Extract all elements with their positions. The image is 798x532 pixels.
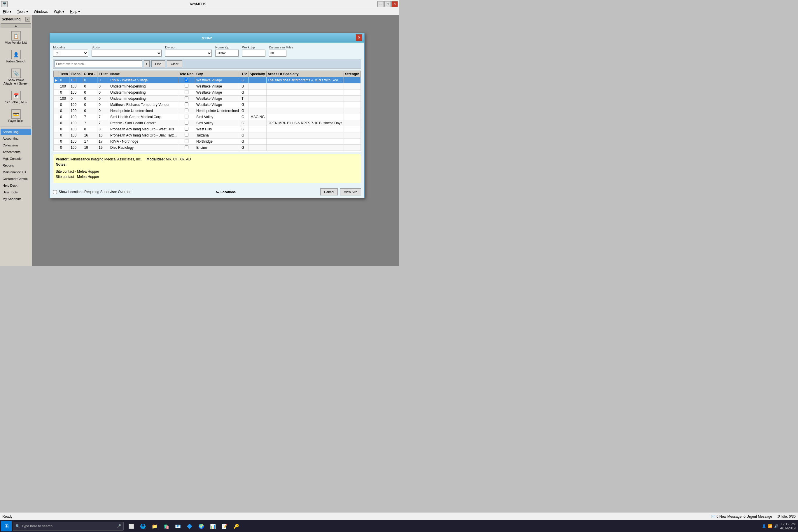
sidebar-nav-collections[interactable]: Collections bbox=[1, 142, 31, 149]
table-header-row: Tech Global PDist EDist Name Tele Rad Ci… bbox=[54, 71, 361, 77]
modality-label: Modality bbox=[53, 45, 88, 49]
table-row[interactable]: 010077Precise - Simi Health Center*Simi … bbox=[54, 120, 361, 126]
th-global[interactable]: Global bbox=[70, 71, 83, 77]
menu-walk[interactable]: Walk ▾ bbox=[53, 9, 65, 14]
sidebar-collapse-btn[interactable]: « bbox=[25, 17, 30, 22]
th-pdist[interactable]: PDist bbox=[83, 71, 97, 77]
notes-label: Notes: bbox=[56, 163, 66, 167]
filter-form-row: Modality CT MR XR AD Study bbox=[53, 45, 361, 57]
payer-todo-label: Payer ToDo bbox=[8, 119, 23, 123]
close-button[interactable]: ✕ bbox=[392, 1, 398, 7]
dialog-title: 91362 bbox=[202, 36, 212, 40]
distance-input[interactable]: 30 bbox=[269, 50, 286, 57]
sidebar-item-show-intake[interactable]: 📎 Show Intake Attachment Screen bbox=[1, 66, 31, 88]
table-row[interactable]: 010000Undetermined/pendingWestlake Villa… bbox=[54, 90, 361, 96]
search-bar: ▼ Find Clear bbox=[53, 59, 361, 69]
work-zip-input[interactable] bbox=[242, 50, 265, 57]
content-area: 91362 ✕ Modality CT MR XR AD bbox=[32, 15, 399, 266]
table-row[interactable]: 010077Simi Health Center Medical Corp.Si… bbox=[54, 114, 361, 120]
sidebar-item-view-vendor-list[interactable]: 📋 View Vendor List bbox=[1, 29, 31, 47]
sidebar-nav-my-shortcuts[interactable]: My Shortcuts bbox=[1, 196, 31, 202]
table-row[interactable]: 010088Prohealth Adv Imag Med Grp - West … bbox=[54, 126, 361, 132]
notes-line-2: Site contact - Melea Hopper bbox=[56, 174, 359, 179]
menu-bar: File ▾ Tools ▾ Windows Walk ▾ Help ▾ bbox=[0, 8, 399, 15]
menu-file[interactable]: File ▾ bbox=[2, 9, 13, 14]
sidebar-item-payer-todo[interactable]: 💳 Payer ToDo bbox=[1, 107, 31, 125]
table-row[interactable]: 10010000Undetermined/pendingWestlake Vil… bbox=[54, 83, 361, 90]
th-tp[interactable]: T/P bbox=[240, 71, 248, 77]
title-bar: 🖥️ KeyMEDS — □ ✕ bbox=[0, 0, 399, 8]
sidebar-nav-attachments[interactable]: Attachments bbox=[1, 149, 31, 155]
sidebar-header: Scheduling « bbox=[1, 16, 31, 22]
th-specialty[interactable]: Specialty bbox=[248, 71, 266, 77]
work-zip-group: Work Zip bbox=[242, 45, 265, 57]
sidebar-item-patient-search[interactable]: 👤 Patient Search bbox=[1, 48, 31, 65]
search-input[interactable] bbox=[55, 60, 142, 68]
sidebar: Scheduling « ▲ 📋 View Vendor List 👤 Pati… bbox=[0, 15, 32, 266]
th-arrow[interactable] bbox=[54, 71, 59, 77]
table-row[interactable]: 100000Undetermined/pendingWestlake Villa… bbox=[54, 96, 361, 102]
table-row[interactable]: 01001919Disc RadiologyEncinoG bbox=[54, 145, 361, 151]
th-city[interactable]: City bbox=[195, 71, 240, 77]
table-row[interactable]: 01001616Prohealth Adv Imag Med Grp - Uni… bbox=[54, 132, 361, 138]
patient-search-icon: 👤 bbox=[12, 50, 21, 59]
home-zip-group: Home Zip 91362 bbox=[215, 45, 239, 57]
table-row[interactable]: 010000Healthpointe UndeterminedHealthpoi… bbox=[54, 108, 361, 114]
table-row[interactable]: ▶010000RIMA - Westlake VillageWestlake V… bbox=[54, 77, 361, 83]
division-group: Division bbox=[165, 45, 212, 57]
vendor-table: Tech Global PDist EDist Name Tele Rad Ci… bbox=[53, 71, 361, 151]
home-zip-label: Home Zip bbox=[215, 45, 239, 49]
vendor-label: Vendor: bbox=[56, 157, 69, 161]
window-controls: — □ ✕ bbox=[377, 1, 398, 7]
notes-line-1: Site contact - Melea Hopper bbox=[56, 169, 359, 174]
division-select[interactable] bbox=[165, 50, 212, 57]
th-strength[interactable]: Strength bbox=[344, 71, 361, 77]
vendor-table-scroll[interactable]: Tech Global PDist EDist Name Tele Rad Ci… bbox=[53, 71, 361, 152]
sidebar-nav-mgt-console[interactable]: Mgt. Console bbox=[1, 155, 31, 162]
sidebar-nav-maintenance-lu[interactable]: Maintenance LU bbox=[1, 169, 31, 175]
home-zip-input[interactable]: 91362 bbox=[215, 50, 239, 57]
sidebar-up-btn[interactable]: ▲ bbox=[1, 23, 31, 28]
vendor-search-dialog: 91362 ✕ Modality CT MR XR AD bbox=[50, 33, 365, 198]
menu-help[interactable]: Help ▾ bbox=[69, 9, 81, 14]
menu-tools[interactable]: Tools ▾ bbox=[16, 9, 29, 14]
find-button[interactable]: Find bbox=[151, 60, 165, 68]
distance-label: Distance in Miles bbox=[269, 45, 293, 49]
patient-search-label: Patient Search bbox=[6, 60, 26, 63]
maximize-button[interactable]: □ bbox=[384, 1, 391, 7]
view-vendor-list-icon: 📋 bbox=[12, 31, 21, 40]
sidebar-title: Scheduling bbox=[2, 17, 21, 21]
sidebar-nav-help-desk[interactable]: Help Desk bbox=[1, 182, 31, 189]
table-row[interactable]: 010000Matthews Richards Temporary Vendor… bbox=[54, 102, 361, 108]
sidebar-nav-accounting[interactable]: Accounting bbox=[1, 135, 31, 142]
clear-button[interactable]: Clear bbox=[167, 60, 182, 68]
table-row[interactable]: 01001717RIMA - NorthridgeNorthridgeG bbox=[54, 138, 361, 145]
study-select[interactable] bbox=[92, 50, 162, 57]
sidebar-nav-customer-centric[interactable]: Customer Centric bbox=[1, 176, 31, 182]
minimize-button[interactable]: — bbox=[377, 1, 384, 7]
locations-count: 57 Locations bbox=[216, 190, 236, 194]
th-edist[interactable]: EDist bbox=[97, 71, 109, 77]
view-site-button[interactable]: View Site bbox=[340, 188, 361, 195]
dialog-body: Modality CT MR XR AD Study bbox=[50, 43, 364, 186]
modality-select[interactable]: CT MR XR AD bbox=[53, 50, 88, 57]
show-intake-label: Show Intake Attachment Screen bbox=[2, 78, 30, 86]
dialog-close-button[interactable]: ✕ bbox=[356, 34, 362, 41]
sidebar-nav-reports[interactable]: Reports bbox=[1, 162, 31, 169]
division-label: Division bbox=[165, 45, 212, 49]
show-override-checkbox[interactable] bbox=[53, 190, 57, 194]
cancel-button[interactable]: Cancel bbox=[320, 188, 338, 195]
th-name[interactable]: Name bbox=[109, 71, 178, 77]
distance-group: Distance in Miles 30 bbox=[269, 45, 293, 57]
th-areas-of-specialty[interactable]: Areas Of Specialty bbox=[266, 71, 344, 77]
sch-todo-icon: 📅 bbox=[12, 91, 21, 100]
th-tech[interactable]: Tech bbox=[59, 71, 70, 77]
sidebar-nav-scheduling[interactable]: Scheduling bbox=[1, 129, 31, 135]
sidebar-nav-user-tools[interactable]: User Tools bbox=[1, 189, 31, 195]
search-dropdown-btn[interactable]: ▼ bbox=[144, 60, 150, 68]
sidebar-item-sch-todo[interactable]: 📅 Sch ToDo (LMS) bbox=[1, 89, 31, 106]
th-tele-rad[interactable]: Tele Rad bbox=[178, 71, 195, 77]
dialog-header: 91362 ✕ bbox=[50, 33, 364, 43]
dialog-footer: Show Locations Requiring Supervisor Over… bbox=[50, 186, 364, 198]
menu-windows[interactable]: Windows bbox=[33, 9, 49, 14]
